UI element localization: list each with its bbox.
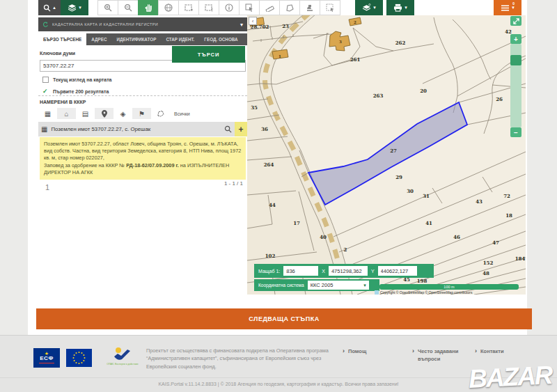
tab-quick-search[interactable]: БЪРЗО ТЪРСЕНЕ	[38, 33, 86, 45]
refresh-icon	[42, 22, 49, 28]
info-tool-button[interactable]	[219, 0, 240, 15]
filter-units-button[interactable]: ▤	[76, 108, 95, 119]
footer-link-contacts[interactable]: › Контакти	[475, 347, 504, 355]
box-select-button[interactable]	[320, 0, 340, 15]
attribution-text: Copyright © OpenStreetMap © OpenStreetMa…	[380, 290, 472, 295]
zoom-out-icon	[124, 3, 132, 12]
printer-icon	[393, 3, 402, 12]
dashed-select-icon	[326, 3, 334, 12]
divider	[38, 95, 247, 96]
eu-flag-logo	[66, 349, 92, 367]
zoom-out-map-button[interactable]: −	[510, 127, 521, 137]
search-toggle-button[interactable]: ▴	[38, 0, 61, 15]
filter-zones-button[interactable]	[151, 108, 170, 119]
measure-area-button[interactable]	[279, 0, 300, 15]
select-rect-remove-button[interactable]	[198, 0, 219, 15]
search-tabs: БЪРЗО ТЪРСЕНЕ АДРЕС ИДЕНТИФИКАТОР СТАР И…	[38, 33, 247, 45]
map-view[interactable]: 28.7022326226126320422635362642729303144…	[247, 15, 526, 295]
current-view-checkbox-row[interactable]: Текущ изглед на картата	[42, 77, 247, 83]
eu-stars-icon	[66, 349, 92, 367]
first200-checkbox-row[interactable]: ✓ Първите 200 резултата	[42, 88, 247, 95]
tab-identifier[interactable]: ИДЕНТИФИКАТОР	[111, 33, 161, 45]
map-layer-selector[interactable]: КАДАСТРАЛНА КАРТА И КАДАСТРАЛНИ РЕГИСТРИ…	[38, 17, 247, 31]
select-rect-add-button[interactable]	[178, 0, 199, 15]
feature-select-button[interactable]	[239, 0, 260, 15]
tab-address[interactable]: АДРЕС	[86, 33, 111, 45]
zoom-slider-handle[interactable]	[510, 55, 521, 65]
result-type-filters: ▦ ⌂ ▤ ◈ ⚑ Всички	[38, 107, 247, 120]
stamp-tool-button[interactable]	[299, 0, 320, 15]
footer-link-label: Помощ	[348, 347, 366, 355]
search-icon	[224, 125, 232, 133]
y-label: Y	[371, 269, 375, 274]
info-icon	[225, 3, 233, 12]
panel-collapse-button[interactable]: ‹	[249, 17, 257, 25]
flag-icon: ⚑	[139, 110, 145, 118]
tab-geodetic[interactable]: ГЕОД. ОСНОВА	[199, 33, 242, 45]
chevron-down-icon: ▾	[405, 5, 407, 10]
filter-points-button[interactable]	[95, 108, 113, 119]
building-icon: ▤	[82, 110, 88, 118]
add-result-button[interactable]: +	[235, 122, 247, 136]
chevron-right-icon: ›	[475, 347, 477, 355]
pointer-box-icon	[245, 3, 253, 12]
scale-input[interactable]	[283, 266, 318, 276]
logo-divider	[39, 363, 54, 363]
layers-menu-button[interactable]: ▾	[61, 0, 88, 15]
checkbox-checked-icon[interactable]: ✓	[42, 88, 49, 95]
layer-selector-label: КАДАСТРАЛНА КАРТА И КАДАСТРАЛНИ РЕГИСТРИ	[52, 22, 240, 26]
x-coordinate-input[interactable]	[329, 266, 368, 276]
zoom-in-map-button[interactable]: +	[510, 34, 521, 44]
pan-tool-button[interactable]	[138, 0, 159, 15]
opak-caption: ОПАК. Експерти в действие	[107, 363, 138, 366]
chevron-down-icon: ▾	[240, 22, 243, 28]
globe-extent-button[interactable]	[158, 0, 179, 15]
page-footer: ★ ЕСФ ОПАК. Експерти в действие Проектът…	[0, 335, 557, 392]
footer-copyright: KAIS.Portal v.11.14.2.8833 | © 2018 Аген…	[0, 382, 557, 386]
results-header: НАМЕРЕНИ В КККР	[40, 100, 86, 104]
cart-menu-button[interactable]: 0 ▾	[494, 0, 521, 15]
opak-logo: ОПАК. Експерти в действие	[106, 347, 139, 369]
map-pin-icon	[102, 110, 107, 118]
zoom-out-button[interactable]	[118, 0, 139, 15]
filter-parcels-button[interactable]: ▦	[38, 108, 57, 119]
filter-all-link[interactable]: Всички	[174, 111, 190, 116]
filter-geodetic-button[interactable]: ⚑	[132, 108, 151, 119]
chevron-down-icon: ▾	[512, 5, 515, 10]
layers-diamond-icon: ◈	[120, 110, 126, 118]
fullscreen-button[interactable]	[510, 16, 521, 26]
attribution-icon	[375, 290, 379, 295]
zoom-in-icon	[104, 3, 112, 12]
divider	[0, 377, 557, 378]
search-button[interactable]: ТЪРСИ	[172, 46, 245, 63]
x-label: X	[322, 269, 325, 274]
basemap-button[interactable]: ▾	[355, 0, 383, 15]
cart-count-badge: 0	[512, 1, 515, 6]
filter-buildings-button[interactable]: ⌂	[57, 108, 76, 119]
checkbox-unchecked-icon[interactable]	[42, 77, 49, 83]
content-card: ▴ ▾	[28, 0, 527, 335]
chevron-up-icon: ▴	[53, 5, 56, 10]
footer-link-label: Често задавани въпроси	[418, 347, 472, 363]
y-coordinate-input[interactable]	[378, 266, 417, 276]
next-step-button[interactable]: СЛЕДВАЩА СТЪПКА	[36, 308, 532, 329]
footer-link-faq[interactable]: › Често задавани въпроси	[412, 347, 472, 363]
basemap-layers-icon	[362, 3, 371, 12]
chevron-down-icon: ▾	[363, 283, 366, 288]
map-scalebar: 100 m	[379, 284, 519, 290]
footer-link-help[interactable]: › Помощ	[343, 347, 366, 355]
grid-icon: ▦	[41, 125, 47, 133]
chevron-right-icon: ›	[343, 347, 345, 355]
scale-label: Мащаб 1:	[258, 269, 280, 274]
tab-old-ident[interactable]: СТАР ИДЕНТ.	[161, 33, 199, 45]
print-button[interactable]: ▾	[386, 0, 414, 15]
filter-layers-button[interactable]: ◈	[113, 108, 132, 119]
first200-label: Първите 200 резултата	[53, 89, 109, 94]
result-row[interactable]: ▦ Поземлен имот 53707.22.27, с. Орешак +	[38, 122, 247, 136]
zoom-to-result-button[interactable]	[221, 125, 235, 133]
crs-select[interactable]: ККС 2005 ▾	[308, 281, 369, 290]
measure-distance-button[interactable]	[259, 0, 280, 15]
zoom-in-button[interactable]	[97, 0, 118, 15]
program-funding-text: Проектът се осъществява с финансовата по…	[146, 347, 333, 370]
page-number[interactable]: 1	[45, 183, 49, 191]
